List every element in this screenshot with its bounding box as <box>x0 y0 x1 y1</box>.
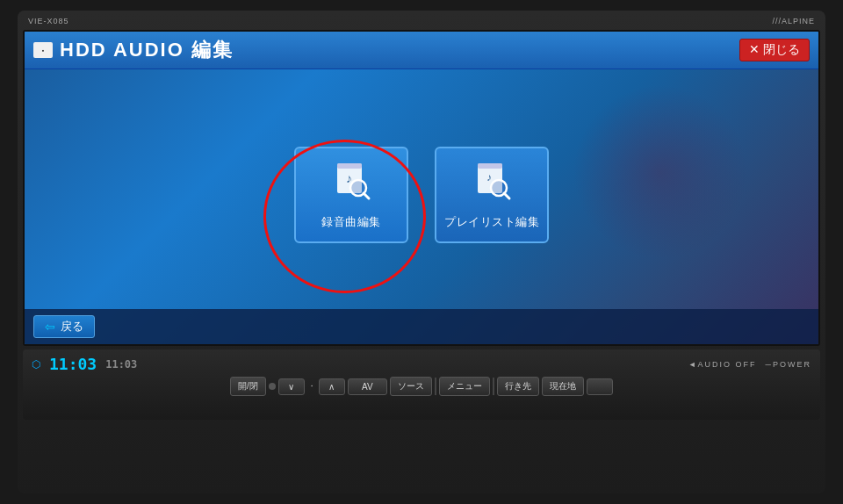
time-display: 11:03 <box>49 355 97 373</box>
screen-content: ♪ 録音曲編集 ♪ <box>25 69 818 303</box>
source-button[interactable]: ソース <box>390 377 432 396</box>
device-body: VIE-X085 ///ALPINE ▪ HDD AUDIO 編集 ✕ 閉じる <box>18 11 825 493</box>
header-left: ▪ HDD AUDIO 編集 <box>33 37 234 63</box>
svg-line-9 <box>504 193 509 198</box>
hdd-icon: ▪ <box>33 42 53 58</box>
recording-edit-label: 録音曲編集 <box>321 214 381 230</box>
dot-indicator <box>269 383 276 390</box>
dot-separator: ・ <box>307 380 316 392</box>
svg-line-4 <box>364 193 369 198</box>
info-row: ⬡ 11:03 11:03 ◄AUDIO OFF ─POWER <box>28 353 815 375</box>
current-location-button[interactable]: 現在地 <box>542 377 584 396</box>
model-label: VIE-X085 <box>28 17 69 25</box>
screen-header: ▪ HDD AUDIO 編集 ✕ 閉じる <box>25 32 818 69</box>
menu-button[interactable]: メニュー <box>439 377 490 396</box>
brand-label: ///ALPINE <box>772 17 815 25</box>
main-screen: ▪ HDD AUDIO 編集 ✕ 閉じる ♪ <box>23 30 820 346</box>
playlist-edit-icon: ♪ <box>471 160 513 207</box>
hardware-buttons-row: 開/閉 ∨ ・ ∧ AV ソース メニュー 行き先 <box>28 377 815 396</box>
back-arrow-icon: ⇦ <box>45 320 55 334</box>
blank-button[interactable] <box>587 378 613 395</box>
recording-edit-button[interactable]: ♪ 録音曲編集 <box>294 147 408 243</box>
screen-bottom-bar: ⇦ 戻る <box>25 309 818 344</box>
bluetooth-icon: ⬡ <box>32 358 40 371</box>
separator-2 <box>493 378 494 395</box>
destination-button[interactable]: 行き先 <box>497 377 539 396</box>
separator-1 <box>435 378 436 395</box>
playlist-edit-button[interactable]: ♪ プレイリスト編集 <box>435 147 549 243</box>
audio-off-label: ◄AUDIO OFF <box>688 360 757 369</box>
down-button[interactable]: ∨ <box>278 378 305 395</box>
svg-text:♪: ♪ <box>486 171 492 184</box>
playlist-edit-label: プレイリスト編集 <box>444 214 539 230</box>
svg-rect-6 <box>478 163 502 169</box>
device-label-bar: VIE-X085 ///ALPINE <box>23 16 820 26</box>
time-display-sub: 11:03 <box>105 358 137 371</box>
back-button-label: 戻る <box>61 319 83 335</box>
up-button[interactable]: ∧ <box>319 378 345 395</box>
back-button[interactable]: ⇦ 戻る <box>33 315 95 338</box>
av-button[interactable]: AV <box>348 378 387 395</box>
power-label: ─POWER <box>766 360 811 369</box>
screen-title: HDD AUDIO 編集 <box>60 37 234 63</box>
recording-edit-icon: ♪ <box>330 160 372 207</box>
svg-rect-1 <box>337 163 362 169</box>
control-strip: ⬡ 11:03 11:03 ◄AUDIO OFF ─POWER 開/閉 ∨ ・ … <box>23 349 820 420</box>
open-close-button[interactable]: 開/閉 <box>230 377 266 396</box>
close-button[interactable]: ✕ 閉じる <box>739 39 810 61</box>
